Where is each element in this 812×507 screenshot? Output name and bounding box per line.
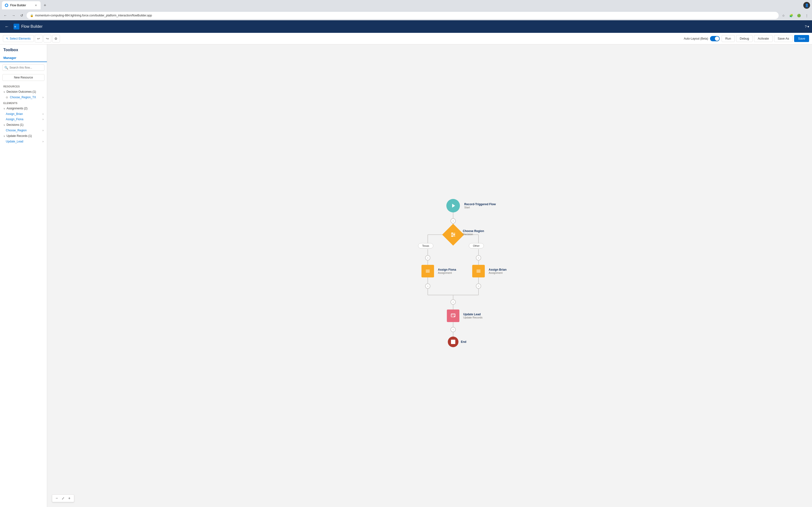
profile-icon[interactable]: 🟢 bbox=[796, 12, 802, 19]
active-tab[interactable]: Flow Builder ✕ bbox=[2, 1, 41, 9]
resources-section-label: RESOURCES bbox=[0, 83, 47, 89]
end-label: End bbox=[461, 340, 466, 344]
decisions-group[interactable]: ∨ Decisions (1) bbox=[0, 122, 47, 128]
toolbar-left: ↖ Select Elements ↩ ↪ ⚙ bbox=[3, 35, 60, 43]
address-bar-row: ← → ↺ 🔒 momentum-computing-884.lightning… bbox=[0, 11, 812, 20]
other-branch-pill[interactable]: Other bbox=[469, 243, 484, 248]
decision-outcomes-group[interactable]: ∨ Decision Outcomes (1) bbox=[0, 89, 47, 95]
main-area: Toolbox Manager 🔍 New Resource RESOURCES… bbox=[0, 44, 812, 507]
add-connector-merge[interactable]: + bbox=[451, 299, 456, 305]
chevron-down-icon-4: ∨ bbox=[3, 135, 5, 137]
save-as-button[interactable]: Save As bbox=[774, 35, 793, 42]
svg-text:≡: ≡ bbox=[14, 25, 16, 29]
update-records-group[interactable]: ∨ Update Records (1) bbox=[0, 133, 47, 139]
tab-manager[interactable]: Manager bbox=[3, 54, 16, 62]
elements-section-label: ELEMENTS bbox=[0, 100, 47, 106]
add-dot-left[interactable]: + bbox=[425, 255, 430, 261]
new-tab-button[interactable]: + bbox=[42, 2, 48, 9]
chevron-down-icon: ∨ bbox=[3, 91, 5, 93]
choose-region-tx-item[interactable]: ⊙ Choose_Region_TX › bbox=[0, 95, 47, 100]
back-nav-button[interactable]: ← bbox=[2, 12, 9, 19]
end-node-group: End bbox=[448, 337, 466, 347]
star-icon[interactable]: ☆ bbox=[780, 12, 787, 19]
search-box: 🔍 bbox=[2, 64, 45, 71]
assign-brian-item[interactable]: Assign_Brian › bbox=[0, 111, 47, 117]
new-resource-button[interactable]: New Resource bbox=[2, 74, 45, 81]
start-node[interactable] bbox=[446, 199, 460, 213]
add-dot-bottom-right[interactable]: + bbox=[476, 283, 481, 289]
add-dot-merge[interactable]: + bbox=[451, 299, 456, 305]
decision-outcomes-label: Decision Outcomes (1) bbox=[6, 90, 36, 94]
extensions-icon[interactable]: 🧩 bbox=[788, 12, 795, 19]
update-lead-item[interactable]: Update_Lead › bbox=[0, 139, 47, 144]
auto-layout-label: Auto-Layout (Beta) bbox=[684, 37, 708, 40]
zoom-fit-button[interactable]: ⤢ bbox=[60, 496, 66, 501]
browser-actions: ☆ 🧩 🟢 ⋮ bbox=[780, 12, 810, 19]
update-lead-group: Update Lead Update Records bbox=[447, 309, 483, 322]
debug-button[interactable]: Debug bbox=[736, 35, 753, 42]
redo-button[interactable]: ↪ bbox=[44, 35, 51, 43]
save-button[interactable]: Save bbox=[794, 35, 809, 42]
help-button[interactable]: ? ▾ bbox=[805, 24, 809, 29]
lock-icon: 🔒 bbox=[30, 14, 34, 17]
settings-button[interactable]: ⚙ bbox=[52, 35, 60, 43]
toggle-knob bbox=[715, 37, 719, 41]
svg-rect-31 bbox=[426, 271, 430, 271]
add-dot-right[interactable]: + bbox=[476, 255, 481, 261]
add-dot-1[interactable]: + bbox=[451, 218, 456, 224]
canvas[interactable]: Record-Triggered Flow Start + bbox=[47, 44, 812, 507]
start-sub: Start bbox=[464, 206, 496, 209]
add-dot-end[interactable]: + bbox=[451, 327, 456, 332]
assignments-group[interactable]: ∨ Assignments (2) bbox=[0, 106, 47, 111]
decision-node-group: Choose Region Decision bbox=[445, 227, 461, 242]
search-input[interactable] bbox=[2, 64, 45, 71]
flow-diagram: Record-Triggered Flow Start + bbox=[390, 199, 516, 353]
forward-nav-button[interactable]: → bbox=[10, 12, 17, 19]
assign-fiona-item[interactable]: Assign_Fiona › bbox=[0, 117, 47, 122]
select-elements-button[interactable]: ↖ Select Elements bbox=[3, 35, 34, 42]
activate-button[interactable]: Activate bbox=[754, 35, 772, 42]
decision-title: Choose Region bbox=[463, 229, 484, 233]
toolbar: ↖ Select Elements ↩ ↪ ⚙ Auto-Layout (Bet… bbox=[0, 33, 812, 44]
svg-rect-30 bbox=[426, 270, 430, 270]
assign-fiona-chevron-icon: › bbox=[43, 118, 44, 121]
auto-layout-toggle[interactable] bbox=[710, 36, 720, 41]
svg-rect-33 bbox=[476, 270, 481, 270]
add-connector-bottom-left[interactable]: + bbox=[425, 283, 430, 289]
assign-fiona-node[interactable] bbox=[421, 265, 434, 277]
run-button[interactable]: Run bbox=[722, 35, 735, 42]
svg-rect-34 bbox=[476, 271, 481, 271]
toolbar-actions: Run Debug Activate Save As Save bbox=[722, 35, 809, 42]
toolbox-title: Toolbox bbox=[0, 44, 47, 54]
choose-region-item[interactable]: Choose_Region › bbox=[0, 128, 47, 133]
svg-point-0 bbox=[6, 4, 7, 6]
settings-menu-icon[interactable]: ⋮ bbox=[803, 12, 810, 19]
add-connector-left[interactable]: + bbox=[425, 255, 430, 261]
add-connector-end[interactable]: + bbox=[451, 327, 456, 332]
update-lead-labels: Update Lead Update Records bbox=[463, 313, 483, 319]
decision-labels: Choose Region Decision bbox=[463, 229, 484, 236]
undo-button[interactable]: ↩ bbox=[35, 35, 43, 43]
tab-close-button[interactable]: ✕ bbox=[34, 3, 38, 7]
browser-profile-icon[interactable]: 👤 bbox=[803, 2, 810, 9]
add-connector-bottom-right[interactable]: + bbox=[476, 283, 481, 289]
add-dot-bottom-left[interactable]: + bbox=[425, 283, 430, 289]
address-bar[interactable]: 🔒 momentum-computing-884.lightning.force… bbox=[27, 12, 779, 19]
app-back-button[interactable]: ← bbox=[3, 23, 11, 31]
start-title: Record-Triggered Flow bbox=[464, 203, 496, 206]
reload-nav-button[interactable]: ↺ bbox=[18, 12, 25, 19]
update-lead-node[interactable] bbox=[447, 309, 459, 322]
update-lead-label: Update_Lead bbox=[6, 140, 23, 143]
zoom-controls: − ⤢ + bbox=[52, 495, 74, 502]
decision-node[interactable] bbox=[442, 224, 464, 246]
toolbox-tabs: Manager bbox=[0, 54, 47, 62]
add-connector-1[interactable]: + bbox=[451, 218, 456, 224]
zoom-in-button[interactable]: + bbox=[67, 496, 72, 501]
add-connector-right[interactable]: + bbox=[476, 255, 481, 261]
end-node[interactable] bbox=[448, 337, 458, 347]
texas-branch-pill[interactable]: Texas bbox=[418, 243, 433, 248]
assign-brian-chevron-icon: › bbox=[43, 112, 44, 116]
decisions-label: Decisions (1) bbox=[6, 123, 23, 126]
assign-brian-node[interactable] bbox=[472, 265, 485, 277]
zoom-out-button[interactable]: − bbox=[54, 496, 59, 501]
